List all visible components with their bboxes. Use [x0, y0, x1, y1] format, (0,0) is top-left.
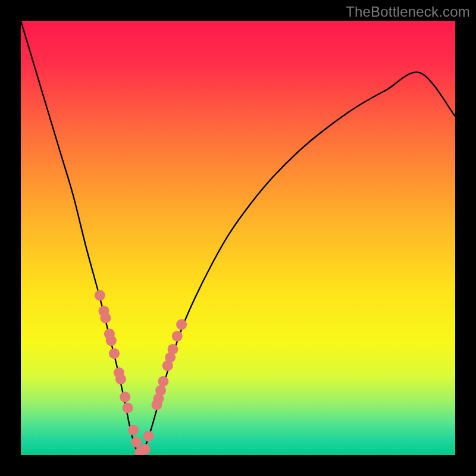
marker-point: [143, 431, 154, 441]
marker-point: [158, 376, 168, 387]
chart-svg: [21, 21, 455, 455]
marker-point: [140, 444, 151, 455]
marker-point: [131, 437, 142, 447]
marker-point: [109, 348, 120, 359]
outer-frame: TheBottleneck.com: [0, 0, 476, 476]
marker-point: [172, 331, 183, 342]
marker-point: [120, 392, 130, 402]
plot-area: [21, 21, 455, 455]
marker-point: [128, 425, 139, 436]
marker-point: [123, 402, 133, 413]
curve-markers: [95, 290, 187, 455]
marker-point: [95, 290, 105, 300]
marker-point: [106, 335, 117, 346]
marker-point: [155, 385, 166, 396]
marker-point: [115, 374, 126, 384]
marker-point: [176, 319, 187, 330]
marker-point: [168, 344, 178, 355]
bottleneck-curve: [21, 21, 455, 455]
watermark-text: TheBottleneck.com: [346, 4, 470, 20]
marker-point: [100, 312, 111, 323]
